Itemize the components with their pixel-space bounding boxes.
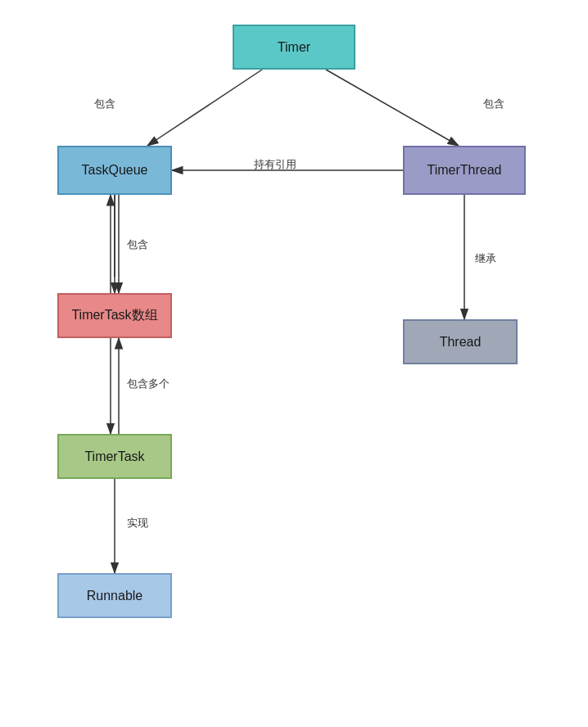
node-thread: Thread [403,319,518,364]
label-timerthread-thread: 继承 [475,251,496,266]
node-runnable: Runnable [57,573,172,618]
diagram-container: Timer TaskQueue TimerThread TimerTask数组 … [0,0,588,727]
label-taskqueue-timertaskarray: 包含 [127,237,148,252]
label-timer-timerthread: 包含 [483,97,504,111]
timertaskarray-label: TimerTask数组 [71,307,157,324]
timer-label: Timer [278,40,310,55]
node-timerthread: TimerThread [403,146,526,195]
label-timertaskarray-timertask: 包含多个 [127,377,170,391]
runnable-label: Runnable [87,589,143,603]
thread-label: Thread [440,335,482,350]
node-taskqueue: TaskQueue [57,146,172,195]
svg-line-2 [326,70,459,146]
timerthread-label: TimerThread [427,163,502,178]
label-timertask-runnable: 实现 [127,516,148,531]
svg-line-1 [147,70,262,146]
node-timertask: TimerTask [57,434,172,479]
label-timer-taskqueue: 包含 [94,97,115,111]
taskqueue-label: TaskQueue [82,163,148,178]
node-timertaskarray: TimerTask数组 [57,293,172,338]
node-timer: Timer [233,25,355,70]
timertask-label: TimerTask [84,449,144,464]
label-timerthread-taskqueue: 持有引用 [254,157,296,172]
